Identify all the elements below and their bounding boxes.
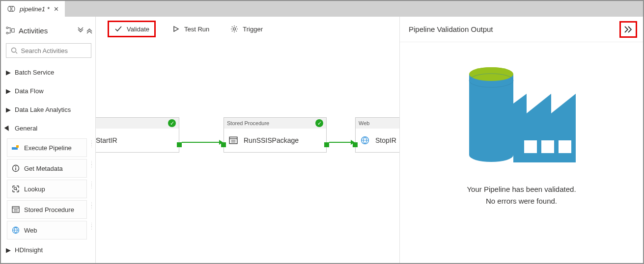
canvas-area: Validate Test Run Trigger eb ✓: [96, 17, 399, 263]
caret-right-icon: ▶: [6, 106, 10, 113]
input-port[interactable]: [353, 142, 358, 147]
btn-label: Trigger: [243, 26, 263, 33]
node-type: Stored Procedure: [227, 120, 269, 126]
activity-lookup[interactable]: Lookup: [7, 180, 87, 198]
search-icon: [10, 46, 18, 55]
drag-handle-icon[interactable]: ⋮⋮⋮⋮: [89, 182, 92, 196]
svg-point-11: [14, 187, 17, 190]
sidebar-title: Activities: [19, 26, 48, 35]
connector-1: [182, 142, 221, 143]
activity-web[interactable]: Web: [7, 221, 87, 239]
validation-panel: Pipeline Validation Output: [399, 17, 643, 263]
activity-get-metadata[interactable]: Get Metadata: [7, 159, 87, 178]
search-input[interactable]: [21, 47, 87, 54]
gear-icon: [230, 25, 239, 33]
pipeline-icon: [11, 143, 20, 152]
node-name: StopIR: [375, 136, 396, 144]
connector-2: [329, 142, 353, 143]
sproc-icon: [11, 205, 20, 214]
factory-illustration: [463, 62, 581, 170]
svg-point-9: [15, 166, 16, 167]
chevrons-right-icon: [624, 26, 633, 33]
sidebar-toggle-icons[interactable]: [78, 27, 92, 34]
status-ok-icon: ✓: [168, 119, 176, 127]
validate-button[interactable]: Validate: [108, 21, 156, 37]
svg-rect-7: [16, 145, 19, 148]
input-port[interactable]: [221, 142, 226, 147]
drag-handle-icon[interactable]: ⋮⋮⋮⋮: [89, 223, 92, 237]
cat-label: HDInsight: [15, 246, 43, 254]
play-icon: [171, 25, 180, 33]
canvas-toolbar: Validate Test Run Trigger: [96, 17, 399, 41]
lookup-icon: [11, 185, 20, 193]
item-label: Get Metadata: [24, 165, 63, 172]
info-icon: [11, 164, 20, 173]
node-name: StartIR: [96, 136, 117, 144]
tab-title: pipeline1 *: [20, 5, 50, 13]
msg-line-1: Your Pipeline has been validated.: [467, 184, 576, 195]
web-icon: [11, 226, 20, 235]
output-port[interactable]: [324, 142, 329, 147]
activity-execute-pipeline[interactable]: Execute Pipeline: [7, 138, 87, 157]
status-ok-icon: ✓: [315, 119, 323, 127]
close-icon[interactable]: ✕: [54, 5, 59, 13]
node-run-ssis[interactable]: Stored Procedure ✓ RunSSISPackage: [224, 117, 327, 153]
drag-handle-icon[interactable]: ⋮⋮⋮⋮: [89, 141, 92, 155]
svg-point-5: [11, 48, 16, 53]
sidebar-cat-general[interactable]: ▶ General: [6, 119, 92, 137]
svg-point-1: [12, 6, 15, 11]
item-label: Execute Pipeline: [24, 144, 72, 152]
svg-point-0: [8, 6, 11, 11]
svg-rect-4: [12, 28, 14, 32]
panel-title: Pipeline Validation Output: [409, 25, 493, 33]
pipeline-tab-icon: [7, 4, 16, 13]
btn-label: Test Run: [184, 26, 209, 33]
svg-point-3: [6, 32, 8, 34]
node-stop-ir[interactable]: Web StopIR: [355, 117, 399, 153]
item-label: Stored Procedure: [24, 206, 74, 213]
sidebar-cat-hdinsight[interactable]: ▶ HDInsight: [6, 240, 92, 259]
node-type: Web: [359, 120, 369, 126]
item-label: Web: [24, 227, 37, 234]
svg-rect-23: [559, 140, 571, 153]
sproc-icon: [229, 136, 238, 145]
panel-header: Pipeline Validation Output: [400, 17, 643, 42]
sidebar-header: Activities: [6, 21, 92, 40]
node-start-ir[interactable]: eb ✓ StartIR: [96, 117, 179, 153]
output-port[interactable]: [177, 142, 182, 147]
app-root: pipeline1 * ✕ Activities: [0, 0, 644, 264]
caret-down-icon: ▶: [4, 125, 12, 132]
sidebar-cat-data-lake[interactable]: ▶ Data Lake Analytics: [6, 100, 92, 119]
cat-label: General: [15, 125, 37, 132]
search-activities[interactable]: [6, 43, 91, 58]
svg-point-19: [469, 67, 513, 81]
general-sublist: Execute Pipeline ⋮⋮⋮⋮ Get Metadata ⋮⋮⋮⋮ …: [7, 137, 92, 240]
panel-body: Your Pipeline has been validated. No err…: [400, 42, 643, 263]
pipeline-tab[interactable]: pipeline1 * ✕: [1, 1, 65, 17]
node-name: RunSSISPackage: [244, 136, 299, 144]
validation-message: Your Pipeline has been validated. No err…: [467, 184, 576, 207]
pipeline-canvas[interactable]: eb ✓ StartIR Stored Procedure ✓: [96, 41, 399, 263]
test-run-button[interactable]: Test Run: [167, 21, 214, 37]
svg-rect-10: [15, 168, 16, 170]
cat-label: Data Lake Analytics: [15, 106, 71, 113]
svg-point-2: [6, 27, 8, 29]
tab-bar: pipeline1 * ✕: [1, 1, 643, 17]
caret-right-icon: ▶: [6, 246, 10, 254]
sidebar-cat-data-flow[interactable]: ▶ Data Flow: [6, 81, 92, 100]
trigger-button[interactable]: Trigger: [225, 21, 268, 37]
btn-label: Validate: [127, 26, 149, 33]
panel-collapse-button[interactable]: [619, 21, 637, 38]
activity-stored-procedure[interactable]: Stored Procedure: [7, 200, 87, 219]
caret-right-icon: ▶: [6, 69, 10, 76]
drag-handle-icon[interactable]: ⋮⋮⋮⋮: [89, 161, 92, 175]
item-label: Lookup: [24, 185, 45, 193]
web-icon: [361, 136, 369, 145]
svg-rect-22: [541, 140, 554, 153]
activities-sidebar: Activities ▶ Batch Service ▶ Data Flo: [1, 17, 96, 263]
cat-label: Batch Service: [15, 69, 54, 76]
svg-rect-21: [524, 140, 537, 153]
svg-point-14: [233, 28, 236, 30]
drag-handle-icon[interactable]: ⋮⋮⋮⋮: [89, 203, 92, 216]
sidebar-cat-batch-service[interactable]: ▶ Batch Service: [6, 63, 92, 81]
